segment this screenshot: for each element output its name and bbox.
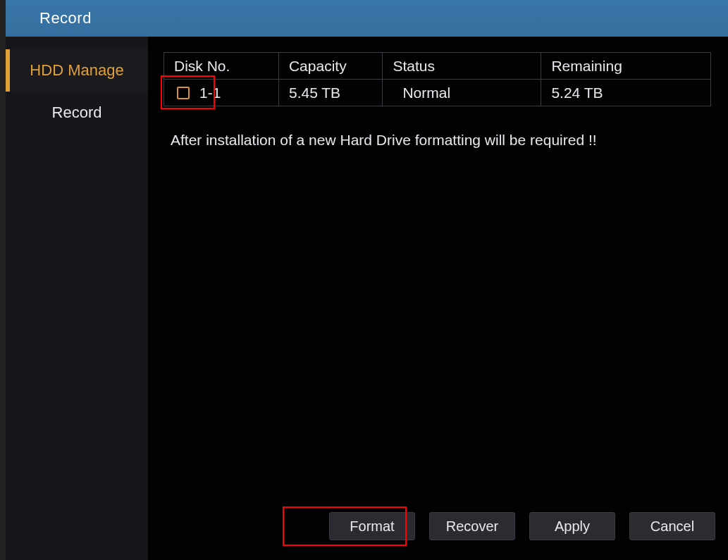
sidebar-item-record[interactable]: Record [6, 92, 148, 134]
table-row: 1-1 5.45 TB Normal 5.24 TB [164, 80, 711, 106]
cell-capacity: 5.45 TB [278, 80, 382, 106]
button-bar: Format Recover Apply Cancel [329, 512, 715, 540]
col-header-disk-no: Disk No. [164, 53, 279, 80]
sidebar-item-hdd-manage[interactable]: HDD Manage [6, 49, 148, 92]
format-button[interactable]: Format [329, 512, 415, 540]
row-checkbox-icon[interactable] [177, 87, 190, 99]
sidebar-item-label: HDD Manage [30, 61, 123, 80]
left-accent [0, 0, 6, 560]
apply-button[interactable]: Apply [529, 512, 615, 540]
sidebar: HDD Manage Record [6, 37, 148, 560]
cell-disk-no: 1-1 [164, 80, 279, 106]
main-content: Disk No. Capacity Status Remaining 1-1 5… [148, 37, 728, 560]
header-title: Record [39, 9, 92, 27]
recover-button[interactable]: Recover [429, 512, 515, 540]
disk-table: Disk No. Capacity Status Remaining 1-1 5… [164, 52, 711, 106]
col-header-capacity: Capacity [278, 53, 382, 80]
disk-no-value: 1-1 [199, 85, 221, 101]
cell-status: Normal [383, 80, 541, 106]
col-header-remaining: Remaining [541, 53, 711, 80]
window-header: Record [6, 0, 728, 37]
cancel-button[interactable]: Cancel [629, 512, 715, 540]
col-header-status: Status [383, 53, 541, 80]
cell-remaining: 5.24 TB [541, 80, 711, 106]
sidebar-item-label: Record [52, 104, 102, 122]
warning-text: After installation of a new Hard Drive f… [164, 132, 711, 149]
